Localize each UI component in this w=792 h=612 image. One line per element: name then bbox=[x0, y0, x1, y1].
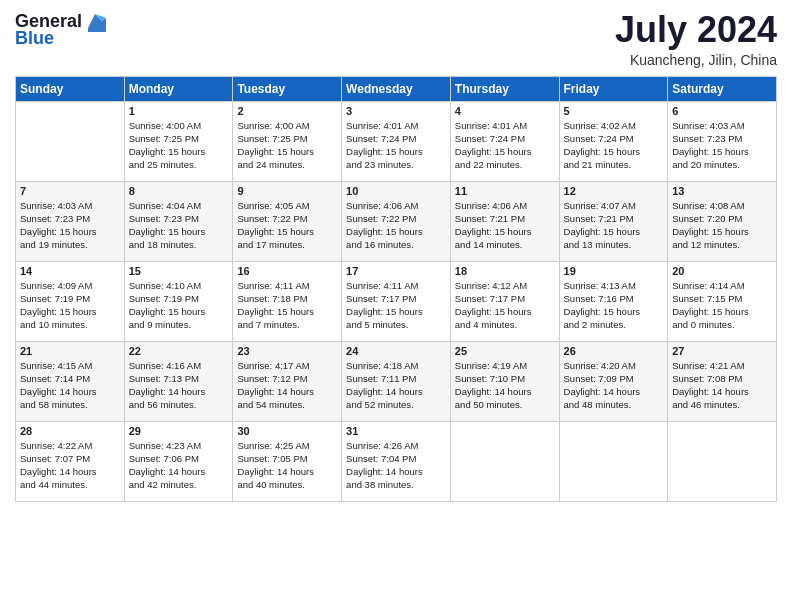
cell-info: Sunrise: 4:09 AM Sunset: 7:19 PM Dayligh… bbox=[20, 279, 120, 332]
header-day: Monday bbox=[124, 76, 233, 101]
cell-info: Sunrise: 4:18 AM Sunset: 7:11 PM Dayligh… bbox=[346, 359, 446, 412]
calendar-cell: 6Sunrise: 4:03 AM Sunset: 7:23 PM Daylig… bbox=[668, 101, 777, 181]
calendar-week: 14Sunrise: 4:09 AM Sunset: 7:19 PM Dayli… bbox=[16, 261, 777, 341]
calendar-table: SundayMondayTuesdayWednesdayThursdayFrid… bbox=[15, 76, 777, 502]
calendar-cell: 19Sunrise: 4:13 AM Sunset: 7:16 PM Dayli… bbox=[559, 261, 668, 341]
calendar-cell: 24Sunrise: 4:18 AM Sunset: 7:11 PM Dayli… bbox=[342, 341, 451, 421]
cell-info: Sunrise: 4:07 AM Sunset: 7:21 PM Dayligh… bbox=[564, 199, 664, 252]
calendar-week: 28Sunrise: 4:22 AM Sunset: 7:07 PM Dayli… bbox=[16, 421, 777, 501]
calendar-cell: 5Sunrise: 4:02 AM Sunset: 7:24 PM Daylig… bbox=[559, 101, 668, 181]
day-number: 7 bbox=[20, 185, 120, 197]
cell-info: Sunrise: 4:02 AM Sunset: 7:24 PM Dayligh… bbox=[564, 119, 664, 172]
cell-info: Sunrise: 4:23 AM Sunset: 7:06 PM Dayligh… bbox=[129, 439, 229, 492]
cell-info: Sunrise: 4:25 AM Sunset: 7:05 PM Dayligh… bbox=[237, 439, 337, 492]
header-day: Sunday bbox=[16, 76, 125, 101]
header-row: SundayMondayTuesdayWednesdayThursdayFrid… bbox=[16, 76, 777, 101]
calendar-week: 7Sunrise: 4:03 AM Sunset: 7:23 PM Daylig… bbox=[16, 181, 777, 261]
calendar-cell: 30Sunrise: 4:25 AM Sunset: 7:05 PM Dayli… bbox=[233, 421, 342, 501]
day-number: 12 bbox=[564, 185, 664, 197]
calendar-cell: 31Sunrise: 4:26 AM Sunset: 7:04 PM Dayli… bbox=[342, 421, 451, 501]
svg-marker-0 bbox=[88, 14, 106, 32]
day-number: 16 bbox=[237, 265, 337, 277]
cell-info: Sunrise: 4:17 AM Sunset: 7:12 PM Dayligh… bbox=[237, 359, 337, 412]
header-day: Tuesday bbox=[233, 76, 342, 101]
header: General Blue July 2024 Kuancheng, Jilin,… bbox=[15, 10, 777, 68]
cell-info: Sunrise: 4:11 AM Sunset: 7:17 PM Dayligh… bbox=[346, 279, 446, 332]
calendar-week: 21Sunrise: 4:15 AM Sunset: 7:14 PM Dayli… bbox=[16, 341, 777, 421]
day-number: 11 bbox=[455, 185, 555, 197]
day-number: 10 bbox=[346, 185, 446, 197]
day-number: 5 bbox=[564, 105, 664, 117]
calendar-cell: 12Sunrise: 4:07 AM Sunset: 7:21 PM Dayli… bbox=[559, 181, 668, 261]
month-year: July 2024 bbox=[615, 10, 777, 50]
header-day: Friday bbox=[559, 76, 668, 101]
cell-info: Sunrise: 4:19 AM Sunset: 7:10 PM Dayligh… bbox=[455, 359, 555, 412]
cell-info: Sunrise: 4:11 AM Sunset: 7:18 PM Dayligh… bbox=[237, 279, 337, 332]
day-number: 28 bbox=[20, 425, 120, 437]
calendar-cell: 16Sunrise: 4:11 AM Sunset: 7:18 PM Dayli… bbox=[233, 261, 342, 341]
calendar-cell: 15Sunrise: 4:10 AM Sunset: 7:19 PM Dayli… bbox=[124, 261, 233, 341]
cell-info: Sunrise: 4:12 AM Sunset: 7:17 PM Dayligh… bbox=[455, 279, 555, 332]
calendar-cell: 29Sunrise: 4:23 AM Sunset: 7:06 PM Dayli… bbox=[124, 421, 233, 501]
day-number: 9 bbox=[237, 185, 337, 197]
day-number: 1 bbox=[129, 105, 229, 117]
calendar-cell: 2Sunrise: 4:00 AM Sunset: 7:25 PM Daylig… bbox=[233, 101, 342, 181]
day-number: 22 bbox=[129, 345, 229, 357]
calendar-cell: 3Sunrise: 4:01 AM Sunset: 7:24 PM Daylig… bbox=[342, 101, 451, 181]
logo: General Blue bbox=[15, 10, 106, 49]
calendar-cell: 14Sunrise: 4:09 AM Sunset: 7:19 PM Dayli… bbox=[16, 261, 125, 341]
day-number: 19 bbox=[564, 265, 664, 277]
cell-info: Sunrise: 4:00 AM Sunset: 7:25 PM Dayligh… bbox=[237, 119, 337, 172]
cell-info: Sunrise: 4:22 AM Sunset: 7:07 PM Dayligh… bbox=[20, 439, 120, 492]
calendar-cell: 25Sunrise: 4:19 AM Sunset: 7:10 PM Dayli… bbox=[450, 341, 559, 421]
title-block: July 2024 Kuancheng, Jilin, China bbox=[615, 10, 777, 68]
day-number: 26 bbox=[564, 345, 664, 357]
cell-info: Sunrise: 4:10 AM Sunset: 7:19 PM Dayligh… bbox=[129, 279, 229, 332]
cell-info: Sunrise: 4:04 AM Sunset: 7:23 PM Dayligh… bbox=[129, 199, 229, 252]
calendar-cell: 23Sunrise: 4:17 AM Sunset: 7:12 PM Dayli… bbox=[233, 341, 342, 421]
day-number: 2 bbox=[237, 105, 337, 117]
day-number: 13 bbox=[672, 185, 772, 197]
calendar-cell: 17Sunrise: 4:11 AM Sunset: 7:17 PM Dayli… bbox=[342, 261, 451, 341]
cell-info: Sunrise: 4:01 AM Sunset: 7:24 PM Dayligh… bbox=[455, 119, 555, 172]
cell-info: Sunrise: 4:06 AM Sunset: 7:22 PM Dayligh… bbox=[346, 199, 446, 252]
header-day: Wednesday bbox=[342, 76, 451, 101]
cell-info: Sunrise: 4:26 AM Sunset: 7:04 PM Dayligh… bbox=[346, 439, 446, 492]
calendar-cell: 28Sunrise: 4:22 AM Sunset: 7:07 PM Dayli… bbox=[16, 421, 125, 501]
calendar-cell: 9Sunrise: 4:05 AM Sunset: 7:22 PM Daylig… bbox=[233, 181, 342, 261]
cell-info: Sunrise: 4:05 AM Sunset: 7:22 PM Dayligh… bbox=[237, 199, 337, 252]
day-number: 31 bbox=[346, 425, 446, 437]
cell-info: Sunrise: 4:21 AM Sunset: 7:08 PM Dayligh… bbox=[672, 359, 772, 412]
day-number: 6 bbox=[672, 105, 772, 117]
calendar-cell: 8Sunrise: 4:04 AM Sunset: 7:23 PM Daylig… bbox=[124, 181, 233, 261]
calendar-cell bbox=[450, 421, 559, 501]
day-number: 24 bbox=[346, 345, 446, 357]
calendar-cell: 10Sunrise: 4:06 AM Sunset: 7:22 PM Dayli… bbox=[342, 181, 451, 261]
cell-info: Sunrise: 4:13 AM Sunset: 7:16 PM Dayligh… bbox=[564, 279, 664, 332]
cell-info: Sunrise: 4:14 AM Sunset: 7:15 PM Dayligh… bbox=[672, 279, 772, 332]
calendar-cell: 26Sunrise: 4:20 AM Sunset: 7:09 PM Dayli… bbox=[559, 341, 668, 421]
logo-blue: Blue bbox=[15, 28, 54, 49]
day-number: 3 bbox=[346, 105, 446, 117]
day-number: 4 bbox=[455, 105, 555, 117]
cell-info: Sunrise: 4:20 AM Sunset: 7:09 PM Dayligh… bbox=[564, 359, 664, 412]
calendar-cell bbox=[559, 421, 668, 501]
header-day: Saturday bbox=[668, 76, 777, 101]
calendar-cell: 13Sunrise: 4:08 AM Sunset: 7:20 PM Dayli… bbox=[668, 181, 777, 261]
day-number: 23 bbox=[237, 345, 337, 357]
cell-info: Sunrise: 4:03 AM Sunset: 7:23 PM Dayligh… bbox=[20, 199, 120, 252]
location: Kuancheng, Jilin, China bbox=[615, 52, 777, 68]
calendar-week: 1Sunrise: 4:00 AM Sunset: 7:25 PM Daylig… bbox=[16, 101, 777, 181]
cell-info: Sunrise: 4:16 AM Sunset: 7:13 PM Dayligh… bbox=[129, 359, 229, 412]
day-number: 20 bbox=[672, 265, 772, 277]
header-day: Thursday bbox=[450, 76, 559, 101]
calendar-cell: 1Sunrise: 4:00 AM Sunset: 7:25 PM Daylig… bbox=[124, 101, 233, 181]
day-number: 30 bbox=[237, 425, 337, 437]
calendar-cell: 20Sunrise: 4:14 AM Sunset: 7:15 PM Dayli… bbox=[668, 261, 777, 341]
cell-info: Sunrise: 4:15 AM Sunset: 7:14 PM Dayligh… bbox=[20, 359, 120, 412]
day-number: 21 bbox=[20, 345, 120, 357]
day-number: 18 bbox=[455, 265, 555, 277]
cell-info: Sunrise: 4:08 AM Sunset: 7:20 PM Dayligh… bbox=[672, 199, 772, 252]
cell-info: Sunrise: 4:01 AM Sunset: 7:24 PM Dayligh… bbox=[346, 119, 446, 172]
day-number: 29 bbox=[129, 425, 229, 437]
